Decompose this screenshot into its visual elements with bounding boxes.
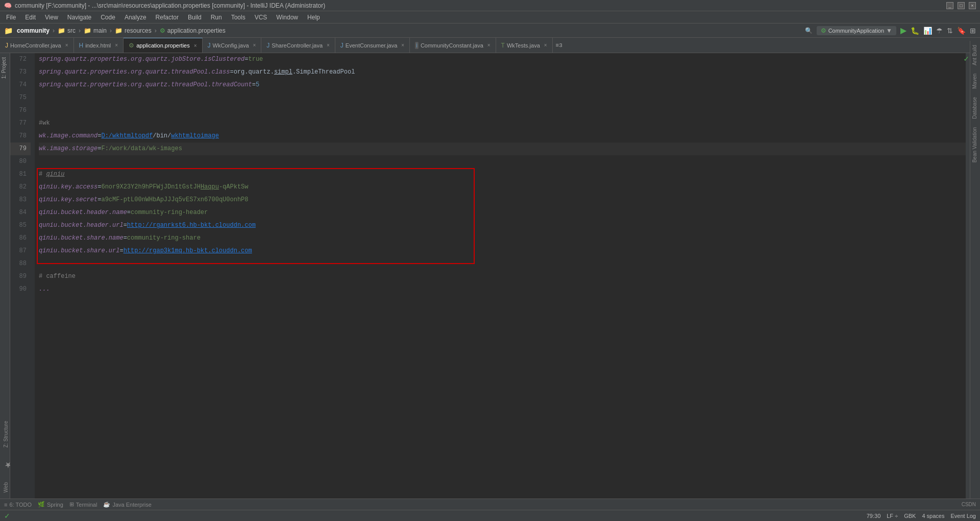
tab-wktests[interactable]: T WkTests.java × [496,38,553,53]
tab-communityconstant[interactable]: i CommunityConstant.java × [410,38,496,53]
tab-indexhtml[interactable]: H index.html × [74,38,124,53]
breadcrumb-resources[interactable]: resources [125,27,152,34]
menu-code[interactable]: Code [96,13,119,22]
left-sidebar: 1: Project Z: Structure ★ Web [0,53,10,499]
search-everywhere-icon[interactable]: 🔍 [805,27,813,34]
close-button[interactable]: × [969,2,976,9]
menu-vcs[interactable]: VCS [251,13,272,22]
tab-sharecontroller[interactable]: J ShareController.java × [261,38,335,53]
breadcrumb-appprops[interactable]: application.properties [167,27,226,34]
code-line-74: spring.quartz.properties.org.quartz.thre… [39,79,966,91]
menu-view[interactable]: View [41,13,62,22]
title-bar-left: 🧠 community [F:\community] - ...\src\mai… [4,2,325,9]
code-line-75 [39,91,966,104]
code-line-82: qiniu.key.access=6nor9X23Y2h9hPFWjJDn1tG… [39,181,966,194]
maximize-button[interactable]: □ [958,2,965,9]
menu-build[interactable]: Build [184,13,206,22]
code-line-79: wk.image.storage=F:/work/data/wk-images [39,143,966,155]
sidebar-web-label[interactable]: Web [2,478,10,496]
profile-button[interactable]: 📊 [923,27,932,35]
tab-close-communityconstant[interactable]: × [487,42,491,48]
tab-eventconsumer[interactable]: J EventConsumer.java × [335,38,410,53]
tab-homecontroller[interactable]: J HomeController.java × [0,38,74,53]
indent-spaces[interactable]: 4 spaces [922,513,944,519]
menu-help[interactable]: Help [303,13,324,22]
menu-tools[interactable]: Tools [227,13,250,22]
right-tab-database[interactable]: Database [970,93,980,123]
right-tab-antbuild[interactable]: Ant Build [970,53,980,69]
vertical-scrollbar[interactable] [966,53,970,499]
props-icon: ⚙ [129,42,134,49]
panel-terminal[interactable]: ⊞ Terminal [69,501,97,508]
right-sidebar: Ant Build Maven Database Bean Validation [970,53,980,499]
panel-javaenterprise[interactable]: ☕ Java Enterprise [103,501,151,508]
tab-close-wktests[interactable]: × [544,42,547,48]
title-text: community [F:\community] - ...\src\main\… [15,2,325,9]
cursor-position[interactable]: 79:30 [867,513,881,519]
status-bar: ✓ 79:30 LF ÷ GBK 4 spaces Event Log [0,510,980,521]
layout-button[interactable]: ⊞ [970,27,976,35]
code-line-76 [39,104,966,117]
breadcrumb-main[interactable]: main [93,27,107,34]
sidebar-web[interactable]: Web [0,476,10,499]
tab-more[interactable]: ≡3 [553,38,566,53]
right-tab-beanvalidation[interactable]: Bean Validation [970,123,980,167]
build-checkmark: ✓ [4,512,10,520]
panel-todo[interactable]: ≡ 6: TODO [4,502,32,508]
tab-close-wkconfig[interactable]: × [253,42,256,48]
code-line-84: qiniu.bucket.header.name=community-ring-… [39,206,966,219]
menu-window[interactable]: Window [272,13,302,22]
debug-button[interactable]: 🐛 [911,27,919,35]
csdn-label: CSDN [962,502,976,507]
encoding[interactable]: GBK [904,513,916,519]
menu-file[interactable]: File [2,13,20,22]
tab-close-homecontroller[interactable]: × [65,42,68,48]
menu-edit[interactable]: Edit [21,13,40,22]
menu-navigate[interactable]: Navigate [63,13,95,22]
bookmark-button[interactable]: 🔖 [957,27,966,35]
tab-wkconfig[interactable]: J WkConfig.java × [203,38,262,53]
code-line-78: wk.image.command=D:/wkhtmltopdf/bin/wkht… [39,130,966,143]
panel-spring[interactable]: 🌿 Spring [38,501,63,508]
sidebar-favorites[interactable]: ★ [0,454,10,476]
status-right: 79:30 LF ÷ GBK 4 spaces Event Log [867,513,976,519]
menu-refactor[interactable]: Refactor [152,13,183,22]
tab-close-sharecontroller[interactable]: × [327,42,330,48]
html-icon: H [79,42,84,49]
java-icon-4: J [340,42,344,49]
tab-close-eventconsumer[interactable]: × [401,42,404,48]
tab-close-appprops[interactable]: × [194,43,197,49]
title-bar: 🧠 community [F:\community] - ...\src\mai… [0,0,980,11]
editor-area: 72 73 74 75 76 77 78 79 80 81 82 83 84 8… [10,53,970,499]
tab-close-indexhtml[interactable]: × [115,42,118,48]
menu-analyze[interactable]: Analyze [120,13,151,22]
menu-run[interactable]: Run [207,13,226,22]
line-separator[interactable]: LF ÷ [887,513,898,519]
minimize-button[interactable]: _ [946,2,953,9]
line-numbers: 72 73 74 75 76 77 78 79 80 81 82 83 84 8… [10,53,35,499]
code-content[interactable]: spring.quartz.properties.org.quartz.jobS… [35,53,966,499]
sidebar-structure[interactable]: Z: Structure [2,417,10,452]
code-container: 72 73 74 75 76 77 78 79 80 81 82 83 84 8… [10,53,970,499]
breadcrumb-community[interactable]: community [17,27,50,34]
run-config-selector[interactable]: ⚙ CommunityApplication ▼ [817,26,896,35]
run-button[interactable]: ▶ [900,26,906,35]
code-line-77: #wk [39,117,966,130]
event-log[interactable]: Event Log [950,513,976,519]
status-left: ✓ [4,512,10,520]
terminal-icon: ⊞ [69,501,74,508]
java-icon: J [5,42,8,49]
sidebar-structure[interactable]: Z: Structure [0,415,10,454]
git-button[interactable]: ⇅ [947,27,953,35]
code-line-85: quniu.bucket.header.url=http://rganrkst6… [39,219,966,232]
code-line-80 [39,155,966,168]
breadcrumb-src[interactable]: src [67,27,76,34]
right-tab-maven[interactable]: Maven [970,69,980,93]
coverage-button[interactable]: ☂ [936,27,943,35]
tab-applicationproperties[interactable]: ⚙ application.properties × [124,38,202,53]
enterprise-icon: ☕ [103,501,110,508]
title-bar-controls[interactable]: _ □ × [946,2,976,9]
sidebar-project[interactable]: 1: Project [0,53,10,83]
info-icon: i [415,42,419,49]
code-line-88 [39,257,966,270]
